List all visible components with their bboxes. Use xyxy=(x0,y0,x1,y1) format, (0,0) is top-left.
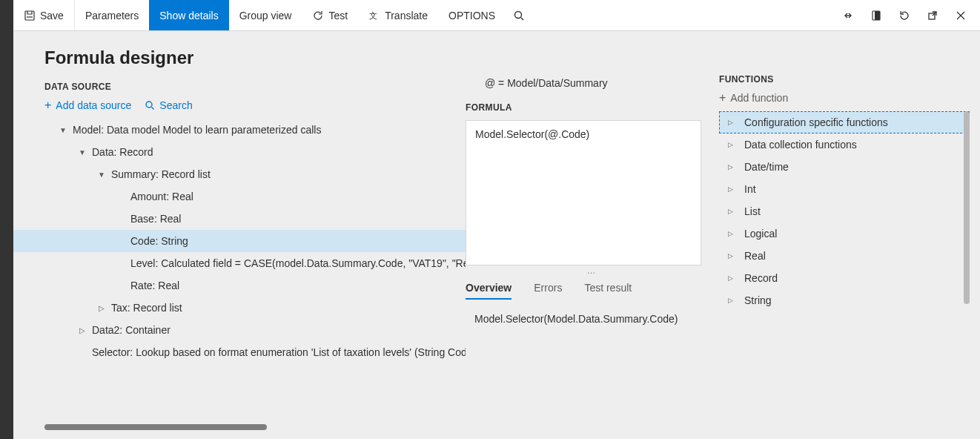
search-icon xyxy=(513,10,525,22)
tab-test-result[interactable]: Test result xyxy=(584,282,632,300)
show-details-button[interactable]: Show details xyxy=(149,0,228,30)
page-title: Formula designer xyxy=(13,47,466,71)
formula-expression: Model.Selector(@.Code) xyxy=(475,128,589,140)
tree-node-amount[interactable]: Amount: Real xyxy=(44,185,466,208)
add-datasource-button[interactable]: + Add data source xyxy=(44,99,131,111)
tree-label: Selector: Lookup based on format enumera… xyxy=(92,346,466,358)
tree-label: Code: String xyxy=(130,235,188,247)
function-category[interactable]: ▷ Data collection functions xyxy=(719,133,970,156)
chevron-right-icon: ▷ xyxy=(728,297,738,304)
group-view-label: Group view xyxy=(239,10,292,22)
function-category-label: Configuration specific functions xyxy=(744,116,888,128)
save-button[interactable]: Save xyxy=(13,0,74,30)
content-area: Formula designer DATA SOURCE + Add data … xyxy=(13,31,980,439)
refresh-icon xyxy=(898,10,910,22)
tree-node-base[interactable]: Base: Real xyxy=(44,208,466,230)
translate-button[interactable]: 文 Translate xyxy=(358,0,438,30)
add-function-button[interactable]: + Add function xyxy=(719,92,970,111)
close-button[interactable] xyxy=(947,2,974,29)
parameters-label: Parameters xyxy=(85,10,139,22)
chevron-right-icon: ▷ xyxy=(728,185,738,193)
save-label: Save xyxy=(40,10,64,22)
test-button[interactable]: Test xyxy=(302,0,358,30)
refresh-page-button[interactable] xyxy=(891,2,918,29)
function-category[interactable]: ▷ Configuration specific functions xyxy=(719,111,970,133)
options-button[interactable]: OPTIONS xyxy=(438,0,506,30)
tab-overview[interactable]: Overview xyxy=(466,282,511,300)
formula-panel: @ = Model/Data/Summary FORMULA Model.Sel… xyxy=(466,31,719,439)
chevron-right-icon: ▷ xyxy=(728,208,738,215)
function-category[interactable]: ▷ Record xyxy=(719,267,970,289)
function-category-label: Data collection functions xyxy=(744,139,857,151)
chevron-right-icon: ▷ xyxy=(728,163,738,171)
tree-label: Data: Record xyxy=(92,146,153,158)
datasource-header: DATA SOURCE xyxy=(13,71,466,99)
chevron-down-icon: ▼ xyxy=(77,148,87,156)
function-category-label: Logical xyxy=(744,228,777,240)
formula-tabs: Overview Errors Test result xyxy=(466,276,719,300)
svg-rect-0 xyxy=(25,11,34,20)
tree-node-data2[interactable]: ▷ Data2: Container xyxy=(44,319,466,341)
tree-node-summary[interactable]: ▼ Summary: Record list xyxy=(44,163,466,185)
svg-rect-4 xyxy=(875,11,880,20)
datasource-search-label: Search xyxy=(159,99,192,111)
tree-node-tax[interactable]: ▷ Tax: Record list xyxy=(44,297,466,319)
popout-button[interactable] xyxy=(919,2,946,29)
plus-icon: + xyxy=(44,99,51,111)
save-icon xyxy=(24,10,36,22)
search-icon xyxy=(145,100,155,110)
tree-label: Base: Real xyxy=(130,213,181,225)
chevron-right-icon: ▷ xyxy=(96,304,107,312)
search-button[interactable] xyxy=(506,0,532,30)
toolbar: Save Parameters Show details Group view … xyxy=(13,0,980,31)
function-category[interactable]: ▷ List xyxy=(719,200,970,222)
datasource-search-button[interactable]: Search xyxy=(145,99,192,111)
datasource-panel: Formula designer DATA SOURCE + Add data … xyxy=(13,31,466,439)
add-datasource-label: Add data source xyxy=(56,99,131,111)
parameters-button[interactable]: Parameters xyxy=(75,0,149,30)
function-category[interactable]: ▷ Date/time xyxy=(719,156,970,178)
resize-handle[interactable]: … xyxy=(466,265,719,276)
tree-node-code[interactable]: Code: String xyxy=(13,230,466,252)
chevron-down-icon: ▼ xyxy=(58,126,68,134)
chevron-right-icon: ▷ xyxy=(728,274,738,282)
functions-panel: FUNCTIONS + Add function ▷ Configuration… xyxy=(719,31,980,439)
function-category-label: List xyxy=(744,205,761,217)
function-category[interactable]: ▷ Real xyxy=(719,245,970,267)
function-category-label: Record xyxy=(744,272,778,284)
tree-label: Amount: Real xyxy=(130,191,193,202)
tree-node-model[interactable]: ▼ Model: Data model Model to learn param… xyxy=(44,119,466,141)
chevron-down-icon: ▼ xyxy=(96,171,107,179)
tree-node-level[interactable]: Level: Calculated field = CASE(model.Dat… xyxy=(44,252,466,274)
vertical-scrollbar[interactable] xyxy=(964,111,970,304)
tab-errors[interactable]: Errors xyxy=(534,282,562,300)
show-details-label: Show details xyxy=(159,10,218,22)
functions-header: FUNCTIONS xyxy=(719,74,970,92)
translate-label: Translate xyxy=(385,10,428,22)
chevron-right-icon: ▷ xyxy=(77,326,87,334)
function-category-label: Real xyxy=(744,250,766,262)
tree-node-rate[interactable]: Rate: Real xyxy=(44,274,466,297)
attach-button[interactable] xyxy=(835,2,861,29)
office-button[interactable] xyxy=(863,2,890,29)
chevron-right-icon: ▷ xyxy=(728,141,738,148)
tree-node-selector[interactable]: Selector: Lookup based on format enumera… xyxy=(44,341,466,363)
group-view-button[interactable]: Group view xyxy=(229,0,302,30)
svg-text:文: 文 xyxy=(369,11,377,20)
refresh-icon xyxy=(312,10,324,22)
function-category[interactable]: ▷ Int xyxy=(719,178,970,200)
function-category[interactable]: ▷ Logical xyxy=(719,222,970,245)
add-function-label: Add function xyxy=(730,92,788,104)
tree-label: Model: Data model Model to learn paramet… xyxy=(73,124,321,136)
svg-point-6 xyxy=(146,102,152,108)
function-category[interactable]: ▷ String xyxy=(719,289,970,311)
tree-label: Data2: Container xyxy=(92,324,170,336)
formula-result: Model.Selector(Model.Data.Summary.Code) xyxy=(466,300,719,325)
formula-editor[interactable]: Model.Selector(@.Code) xyxy=(466,120,701,265)
options-label: OPTIONS xyxy=(448,10,495,22)
horizontal-scrollbar[interactable] xyxy=(44,424,267,430)
formula-context: @ = Model/Data/Summary xyxy=(466,74,719,93)
tree-label: Summary: Record list xyxy=(111,168,211,180)
tree-node-data[interactable]: ▼ Data: Record xyxy=(44,141,466,163)
function-category-label: Date/time xyxy=(744,161,789,173)
